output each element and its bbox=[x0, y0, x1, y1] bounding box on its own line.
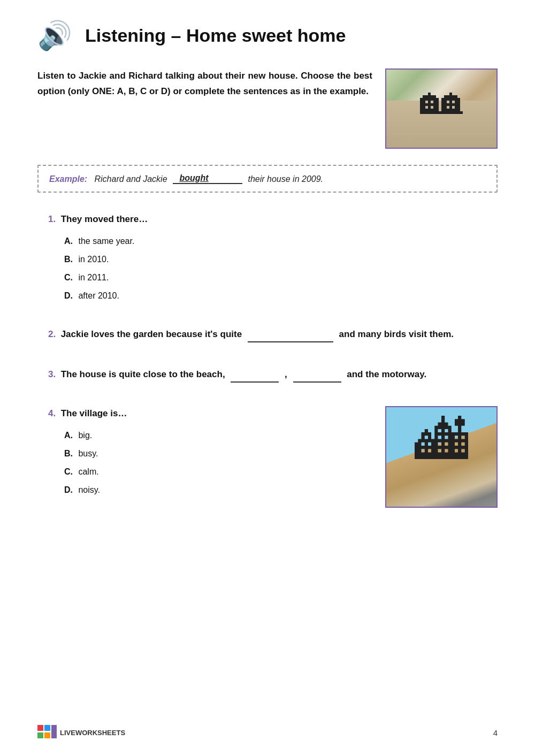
intro-text: Listen to Jackie and Richard talking abo… bbox=[37, 68, 372, 100]
example-subject: Richard and Jackie bbox=[94, 174, 167, 184]
page-header: 🔊 Listening – Home sweet home bbox=[37, 21, 498, 49]
list-item: B. in 2010. bbox=[64, 253, 498, 266]
option-letter: C. bbox=[64, 467, 73, 476]
svg-rect-1 bbox=[44, 725, 50, 731]
question-4-options: A. big. B. busy. C. calm. D. noisy. bbox=[48, 429, 374, 497]
list-item: B. busy. bbox=[64, 447, 374, 460]
list-item: D. after 2010. bbox=[64, 289, 498, 302]
list-item: A. the same year. bbox=[64, 235, 498, 248]
question-3-number: 3. bbox=[48, 369, 56, 379]
option-text: the same year. bbox=[78, 236, 134, 246]
question-3-text: 3. The house is quite close to the beach… bbox=[48, 366, 498, 383]
svg-rect-0 bbox=[37, 725, 43, 731]
question-4-section: 4. The village is… A. big. B. busy. C. c… bbox=[48, 406, 498, 508]
list-item: D. noisy. bbox=[64, 484, 374, 497]
example-tail: their house in 2009. bbox=[248, 174, 323, 184]
question-2: 2. Jackie loves the garden because it's … bbox=[37, 326, 498, 342]
question-1-text: 1. They moved there… bbox=[48, 212, 498, 227]
logo-svg bbox=[37, 725, 57, 740]
option-letter: A. bbox=[64, 431, 73, 440]
option-letter: B. bbox=[64, 449, 73, 458]
option-letter: A. bbox=[64, 236, 73, 246]
example-blank: bought bbox=[173, 173, 242, 184]
question-1-number: 1. bbox=[48, 214, 56, 224]
question-4-text: 4. The village is… bbox=[48, 406, 374, 422]
svg-rect-4 bbox=[51, 725, 57, 738]
option-letter: C. bbox=[64, 273, 73, 282]
speaker-icon: 🔊 bbox=[37, 21, 72, 49]
option-text: busy. bbox=[78, 449, 98, 458]
option-text: in 2011. bbox=[78, 273, 109, 282]
option-letter: D. bbox=[64, 485, 73, 494]
page-number: 4 bbox=[493, 728, 498, 737]
option-text: big. bbox=[78, 431, 92, 440]
svg-rect-2 bbox=[37, 732, 43, 738]
liveworksheets-logo: LIVEWORKSHEETS bbox=[37, 725, 125, 740]
option-letter: D. bbox=[64, 291, 73, 300]
intro-section: Listen to Jackie and Richard talking abo… bbox=[37, 68, 498, 149]
house-image-1 bbox=[385, 68, 498, 149]
question-4: 4. The village is… A. big. B. busy. C. c… bbox=[37, 406, 498, 508]
list-item: C. calm. bbox=[64, 465, 374, 478]
option-text: calm. bbox=[78, 467, 98, 476]
logo-text: LIVEWORKSHEETS bbox=[60, 729, 125, 737]
page-title: Listening – Home sweet home bbox=[85, 25, 346, 46]
question-1-options: A. the same year. B. in 2010. C. in 2011… bbox=[48, 235, 498, 302]
question-1: 1. They moved there… A. the same year. B… bbox=[37, 212, 498, 302]
option-letter: B. bbox=[64, 255, 73, 264]
option-text: in 2010. bbox=[78, 255, 109, 264]
question-4-number: 4. bbox=[48, 408, 56, 418]
example-text: Example: Richard and Jackie bought their… bbox=[49, 174, 323, 184]
list-item: A. big. bbox=[64, 429, 374, 442]
example-box: Example: Richard and Jackie bought their… bbox=[37, 165, 498, 193]
option-text: after 2010. bbox=[78, 291, 119, 300]
example-label: Example: bbox=[49, 174, 87, 184]
option-text: noisy. bbox=[78, 485, 100, 494]
logo-icon bbox=[37, 725, 57, 740]
svg-rect-3 bbox=[44, 732, 50, 738]
question-2-number: 2. bbox=[48, 329, 56, 339]
page-footer: LIVEWORKSHEETS 4 bbox=[0, 725, 535, 740]
list-item: C. in 2011. bbox=[64, 271, 498, 284]
blank-field-3[interactable] bbox=[293, 366, 341, 383]
blank-field-1[interactable] bbox=[248, 326, 333, 342]
question-2-text: 2. Jackie loves the garden because it's … bbox=[48, 326, 498, 342]
house-image-2 bbox=[385, 406, 498, 508]
question-4-content: 4. The village is… A. big. B. busy. C. c… bbox=[48, 406, 374, 502]
question-3: 3. The house is quite close to the beach… bbox=[37, 366, 498, 383]
blank-field-2[interactable] bbox=[231, 366, 279, 383]
